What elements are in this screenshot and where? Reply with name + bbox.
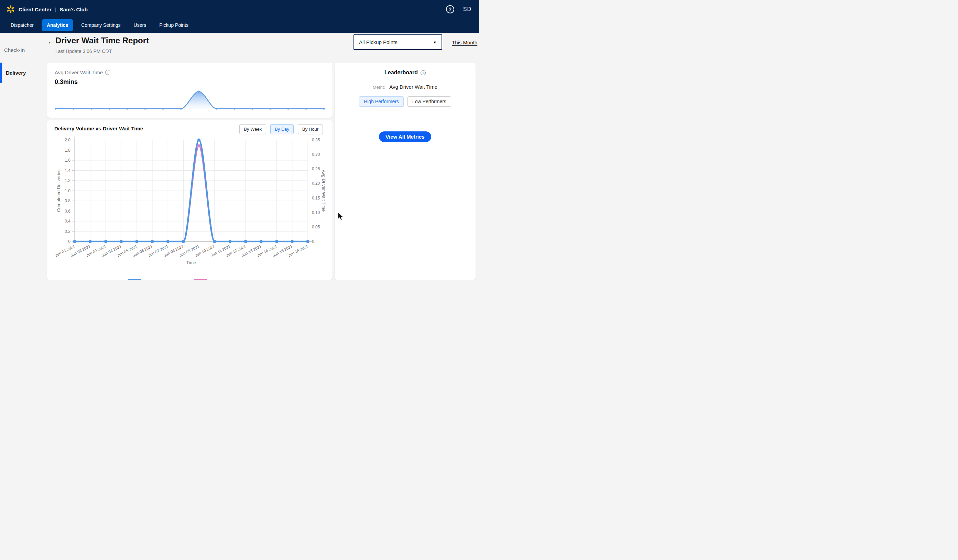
info-icon[interactable]: i	[105, 70, 110, 75]
svg-text:0.10: 0.10	[312, 210, 320, 215]
svg-text:0.6: 0.6	[65, 209, 70, 214]
svg-text:Completed Deliveries: Completed Deliveries	[56, 169, 61, 212]
avg-wait-summary-card: Avg Driver Wait Time i 0.3mins	[47, 63, 333, 117]
granularity-buttons: By Week By Day By Hour	[240, 124, 323, 134]
last-update-text: Last Update 3:06 PM CDT	[56, 49, 112, 54]
by-day-button[interactable]: By Day	[270, 124, 293, 134]
svg-text:0.05: 0.05	[312, 225, 320, 229]
svg-text:0: 0	[68, 239, 70, 244]
metric-row: Metric Avg Driver Wait Time	[335, 84, 476, 90]
svg-text:1.4: 1.4	[65, 168, 70, 173]
high-performers-button[interactable]: High Performers	[359, 96, 404, 106]
legend-label: Avg Driver Wait Time	[210, 279, 252, 280]
by-hour-button[interactable]: By Hour	[298, 124, 323, 134]
svg-text:0.8: 0.8	[65, 198, 70, 203]
svg-text:Time: Time	[186, 260, 196, 265]
svg-text:1.2: 1.2	[65, 178, 70, 183]
svg-text:0.2: 0.2	[65, 229, 70, 234]
svg-text:2.0: 2.0	[65, 138, 70, 143]
svg-text:1.6: 1.6	[65, 158, 70, 163]
pickup-points-dropdown-value: All Pickup Points	[359, 39, 433, 45]
svg-text:0.4: 0.4	[65, 219, 70, 224]
svg-text:0.20: 0.20	[312, 181, 320, 186]
metric-label: Metric	[373, 85, 385, 90]
svg-text:1.8: 1.8	[65, 148, 70, 153]
leaderboard-card: Leaderboard i Metric Avg Driver Wait Tim…	[335, 63, 476, 280]
legend-item-avg-wait: Avg Driver Wait Time	[194, 279, 252, 280]
svg-text:0.35: 0.35	[312, 138, 320, 143]
brand-divider: |	[55, 6, 56, 13]
main-nav: Dispatcher Analytics Company Settings Us…	[5, 19, 194, 31]
walmart-spark-icon	[6, 5, 15, 14]
cta-wrap: View All Metrics	[335, 132, 476, 142]
legend-label: Completed Deliveries	[144, 279, 187, 280]
legend-item-completed-deliveries: Completed Deliveries	[128, 279, 187, 280]
low-performers-button[interactable]: Low Performers	[408, 96, 451, 106]
delivery-volume-card: Delivery Volume vs Driver Wait Time By W…	[47, 120, 333, 280]
metric-value: Avg Driver Wait Time	[389, 84, 438, 90]
app-title: Client Center	[19, 6, 52, 13]
leaderboard-title-row: Leaderboard i	[335, 70, 476, 76]
sidebar-active-indicator	[0, 63, 2, 83]
leaderboard-title: Leaderboard	[384, 70, 418, 76]
svg-text:0.25: 0.25	[312, 167, 320, 171]
pickup-points-dropdown[interactable]: All Pickup Points ▼	[354, 34, 442, 50]
tab-pickup-points[interactable]: Pickup Points	[154, 19, 194, 31]
info-icon[interactable]: i	[420, 70, 426, 75]
tab-analytics[interactable]: Analytics	[41, 19, 73, 31]
chart-title: Delivery Volume vs Driver Wait Time	[54, 125, 143, 132]
back-button[interactable]: ←	[48, 37, 55, 46]
sidebar-item-delivery[interactable]: Delivery	[6, 70, 26, 76]
page-title: Driver Wait Time Report	[56, 36, 149, 45]
brand-row: Client Center | Sam's Club	[0, 0, 479, 19]
sidebar-item-check-in[interactable]: Check-In	[4, 47, 25, 53]
chevron-down-icon: ▼	[433, 40, 437, 44]
legend-swatch-pink	[194, 279, 207, 280]
tab-users[interactable]: Users	[128, 19, 152, 31]
performer-toggles: High Performers Low Performers	[335, 96, 476, 106]
svg-text:0: 0	[312, 239, 314, 244]
svg-text:Avg Driver Wait Time: Avg Driver Wait Time	[321, 170, 326, 211]
svg-text:0.30: 0.30	[312, 152, 320, 157]
user-avatar[interactable]: SD	[463, 6, 471, 13]
svg-text:0.15: 0.15	[312, 196, 320, 200]
by-week-button[interactable]: By Week	[240, 124, 266, 134]
chart-legend: Completed Deliveries Avg Driver Wait Tim…	[47, 279, 333, 280]
view-all-metrics-button[interactable]: View All Metrics	[379, 132, 431, 142]
summary-label-row: Avg Driver Wait Time i	[55, 70, 110, 75]
summary-value: 0.3mins	[55, 78, 78, 86]
tab-dispatcher[interactable]: Dispatcher	[5, 19, 39, 31]
header-actions: ? SD	[446, 0, 479, 19]
top-header: Client Center | Sam's Club ? SD Dispatch…	[0, 0, 479, 33]
delivery-volume-chart: 00.20.40.60.81.01.21.41.61.82.000.050.10…	[47, 134, 333, 278]
period-link[interactable]: This Month	[452, 40, 477, 45]
summary-label: Avg Driver Wait Time	[55, 70, 103, 75]
tab-company-settings[interactable]: Company Settings	[76, 19, 125, 31]
wait-time-sparkline	[54, 87, 325, 114]
legend-swatch-blue	[128, 279, 141, 280]
help-icon[interactable]: ?	[446, 5, 454, 13]
svg-text:1.0: 1.0	[65, 189, 70, 193]
org-name: Sam's Club	[60, 6, 88, 13]
